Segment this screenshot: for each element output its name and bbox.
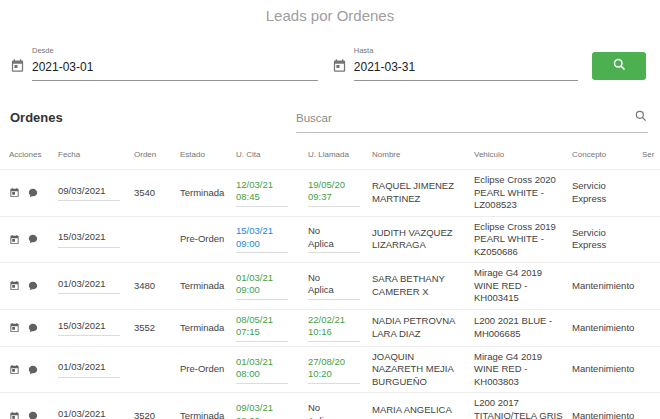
row-llamada[interactable]: 19/05/2009:37	[306, 179, 370, 207]
orders-section-header: Ordenes	[10, 109, 648, 133]
row-actions	[0, 322, 56, 333]
column-header-llamada: U. Llamada	[306, 150, 370, 159]
date-from-box: Desde	[32, 46, 318, 81]
row-llamada[interactable]: 22/02/2110:16	[306, 314, 370, 342]
row-vehiculo: Eclipse Cross 2020 PEARL WHITE - LZ00852…	[472, 174, 570, 212]
calendar-icon[interactable]	[10, 58, 25, 81]
date-from-label: Desde	[32, 46, 318, 55]
row-fecha[interactable]: 15/03/2021	[56, 231, 132, 248]
row-actions	[0, 411, 56, 419]
column-header-cita: U. Cita	[234, 150, 306, 159]
row-actions	[0, 187, 56, 198]
row-estado: Terminada	[178, 187, 234, 200]
row-llamada[interactable]: NoAplica	[306, 402, 370, 419]
row-concepto: Mantenimiento	[570, 280, 640, 293]
comment-icon[interactable]	[28, 281, 38, 291]
calendar-icon[interactable]	[9, 234, 20, 245]
row-nombre: SARA BETHANY CAMERER X	[370, 273, 472, 298]
row-nombre: JOAQUIN NAZARETH MEJIA BURGUEÑO	[370, 351, 472, 389]
search-icon	[612, 57, 627, 75]
row-actions	[0, 280, 56, 291]
row-estado: Terminada	[178, 322, 234, 335]
orders-search-box	[296, 109, 648, 133]
row-cita[interactable]: 01/03/2109:00	[234, 272, 306, 300]
row-nombre: JUDITH VAZQUEZ LIZARRAGA	[370, 227, 472, 252]
row-cita[interactable]: 08/05/2107:15	[234, 314, 306, 342]
table-row: 01/03/2021 Pre-Orden 01/03/2108:00 27/08…	[0, 347, 660, 394]
row-orden: 3540	[132, 187, 178, 200]
row-cita[interactable]: 12/03/2108:45	[234, 179, 306, 207]
row-vehiculo: Mirage G4 2019 WINE RED - KH003803	[472, 351, 570, 389]
row-vehiculo: L200 2021 BLUE - MH006685	[472, 315, 570, 340]
calendar-icon[interactable]	[9, 411, 20, 419]
row-actions	[0, 364, 56, 375]
calendar-icon[interactable]	[9, 364, 20, 375]
row-vehiculo: L200 2017 TITANIO/TELA GRIS - HH037511	[472, 397, 570, 419]
table-header-row: Acciones Fecha Orden Estado U. Cita U. L…	[0, 133, 660, 170]
comment-icon[interactable]	[28, 234, 38, 244]
row-estado: Terminada	[178, 410, 234, 419]
date-to-field: Hasta	[332, 46, 578, 81]
row-fecha[interactable]: 01/03/2021	[56, 408, 132, 419]
column-header-concepto: Concepto	[570, 150, 640, 159]
column-header-fecha: Fecha	[56, 150, 132, 159]
row-cita[interactable]: 01/03/2108:00	[234, 356, 306, 384]
row-cita[interactable]: 09/03/2108:00	[234, 402, 306, 419]
row-orden: 3480	[132, 280, 178, 293]
column-header-acciones: Acciones	[0, 150, 56, 159]
table-row: 01/03/2021 3480 Terminada 01/03/2109:00 …	[0, 263, 660, 310]
leads-page: Leads por Ordenes Desde Hasta	[0, 0, 660, 419]
row-fecha[interactable]: 15/03/2021	[56, 320, 132, 337]
row-concepto: Mantenimiento	[570, 322, 640, 335]
column-header-orden: Orden	[132, 150, 178, 159]
row-cita[interactable]: 15/03/2109:00	[234, 225, 306, 253]
calendar-icon[interactable]	[9, 322, 20, 333]
row-nombre: RAQUEL JIMENEZ MARTINEZ	[370, 180, 472, 205]
date-from-field: Desde	[10, 46, 318, 81]
row-estado: Terminada	[178, 280, 234, 293]
table-body: 09/03/2021 3540 Terminada 12/03/2108:45 …	[0, 170, 660, 419]
search-icon	[634, 109, 648, 127]
calendar-icon[interactable]	[332, 58, 347, 81]
column-header-ser: Ser	[640, 150, 660, 159]
row-estado: Pre-Orden	[178, 363, 234, 376]
row-llamada[interactable]: NoAplica	[306, 225, 370, 253]
row-fecha[interactable]: 01/03/2021	[56, 278, 132, 295]
table-row: 09/03/2021 3540 Terminada 12/03/2108:45 …	[0, 170, 660, 217]
row-nombre: MARIA ANGELICA PEREZ SANCHEZ	[370, 404, 472, 419]
search-button[interactable]	[592, 52, 646, 80]
column-header-estado: Estado	[178, 150, 234, 159]
row-nombre: NADIA PETROVNA LARA DIAZ	[370, 315, 472, 340]
page-title: Leads por Ordenes	[0, 0, 660, 24]
date-to-input[interactable]	[354, 60, 578, 74]
comment-icon[interactable]	[28, 188, 38, 198]
row-llamada[interactable]: NoAplica	[306, 272, 370, 300]
table-row: 15/03/2021 Pre-Orden 15/03/2109:00 NoApl…	[0, 217, 660, 264]
comment-icon[interactable]	[28, 323, 38, 333]
date-filters: Desde Hasta	[10, 46, 646, 81]
date-from-input[interactable]	[32, 60, 318, 74]
orders-search-input[interactable]	[296, 112, 634, 124]
row-fecha[interactable]: 01/03/2021	[56, 361, 132, 378]
row-orden: 3552	[132, 322, 178, 335]
row-llamada[interactable]: 27/08/2010:20	[306, 356, 370, 384]
table-row: 01/03/2021 3520 Terminada 09/03/2108:00 …	[0, 393, 660, 419]
calendar-icon[interactable]	[9, 280, 20, 291]
comment-icon[interactable]	[28, 411, 38, 419]
comment-icon[interactable]	[28, 365, 38, 375]
row-concepto: Mantenimiento	[570, 363, 640, 376]
row-concepto: Servicio Express	[570, 227, 640, 252]
row-concepto: Mantenimiento	[570, 410, 640, 419]
row-orden: 3520	[132, 410, 178, 419]
row-fecha[interactable]: 09/03/2021	[56, 185, 132, 202]
calendar-icon[interactable]	[9, 187, 20, 198]
orders-heading: Ordenes	[10, 110, 63, 133]
row-vehiculo: Mirage G4 2019 WINE RED - KH003415	[472, 267, 570, 305]
column-header-vehiculo: Vehiculo	[472, 150, 570, 159]
date-to-label: Hasta	[354, 46, 578, 55]
row-concepto: Servicio Express	[570, 180, 640, 205]
row-vehiculo: Eclipse Cross 2019 PEARL WHITE - KZ05068…	[472, 221, 570, 259]
date-to-box: Hasta	[354, 46, 578, 81]
row-actions	[0, 234, 56, 245]
column-header-nombre: Nombre	[370, 150, 472, 159]
